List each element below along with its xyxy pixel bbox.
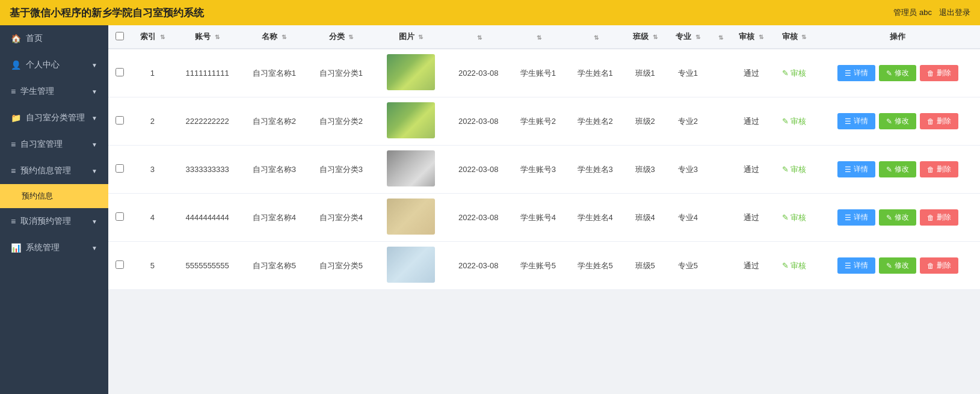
col-name[interactable]: 名称 ⇅	[241, 25, 307, 49]
cell-audit-status: 通过	[730, 49, 772, 97]
room-image	[387, 102, 435, 138]
cell-class: 班级5	[624, 242, 667, 290]
sort-icon: ⇅	[348, 34, 353, 40]
sidebar-item-home[interactable]: 🏠 首页	[0, 25, 108, 52]
sidebar-item-label: 学生管理	[20, 86, 54, 97]
col-index[interactable]: 索引 ⇅	[131, 25, 174, 49]
edit-button[interactable]: ✎修改	[879, 209, 916, 226]
sort-icon: ⇅	[594, 34, 599, 41]
admin-label: 管理员 abc	[893, 7, 932, 18]
cell-name: 自习室名称3	[241, 146, 307, 194]
edit-button[interactable]: ✎修改	[879, 113, 916, 129]
col-date[interactable]: ⇅	[447, 25, 510, 49]
sort-icon: ⇅	[418, 34, 423, 40]
row-checkbox[interactable]	[116, 68, 124, 76]
sidebar-item-profile[interactable]: 👤 个人中心 ▼	[0, 52, 108, 78]
edit-button[interactable]: ✎修改	[879, 257, 916, 274]
edit-button[interactable]: ✎修改	[879, 65, 916, 81]
delete-icon: 🗑	[927, 69, 934, 78]
cell-account: 5555555555	[174, 242, 241, 290]
edit-icon: ✎	[886, 69, 892, 78]
cell-stu-name: 学生姓名3	[567, 146, 624, 194]
col-stu-account[interactable]: ⇅	[510, 25, 567, 49]
action-buttons: ☰详情 ✎修改 🗑删除	[821, 65, 975, 81]
cell-audit-action: ✎审核	[772, 49, 815, 97]
sidebar-item-cancel-manage[interactable]: ≡ 取消预约管理 ▼	[0, 208, 108, 235]
row-checkbox[interactable]	[116, 212, 124, 221]
room-image	[387, 150, 435, 186]
row-checkbox[interactable]	[116, 164, 124, 173]
main-content: 索引 ⇅ 账号 ⇅ 名称 ⇅ 分类 ⇅ 图片 ⇅ ⇅ ⇅ ⇅ 班级 ⇅ 专业 ⇅…	[108, 25, 980, 394]
cell-date: 2022-03-08	[447, 146, 510, 194]
cell-stu-account: 学生账号1	[510, 49, 567, 97]
col-major[interactable]: 专业 ⇅	[667, 25, 709, 49]
sidebar-item-room-category[interactable]: 📁 自习室分类管理 ▼	[0, 105, 108, 131]
sidebar-item-reservation[interactable]: ≡ 预约信息管理 ▼	[0, 158, 108, 184]
detail-button[interactable]: ☰详情	[837, 209, 875, 226]
detail-button[interactable]: ☰详情	[837, 65, 875, 81]
col-stu-name[interactable]: ⇅	[567, 25, 624, 49]
cell-audit-status: 通过	[730, 242, 772, 290]
detail-button[interactable]: ☰详情	[837, 257, 875, 274]
col-action: 操作	[816, 25, 980, 49]
col-audit-action[interactable]: 审核 ⇅	[772, 25, 815, 49]
col-class[interactable]: 班级 ⇅	[624, 25, 667, 49]
delete-button[interactable]: 🗑删除	[920, 257, 958, 274]
col-seat[interactable]: ⇅	[709, 25, 730, 49]
cell-class: 班级3	[624, 146, 667, 194]
audit-action-link[interactable]: ✎审核	[782, 212, 806, 223]
delete-button[interactable]: 🗑删除	[920, 161, 958, 177]
detail-button[interactable]: ☰详情	[837, 161, 875, 177]
row-checkbox[interactable]	[116, 260, 124, 269]
cell-account: 2222222222	[174, 97, 241, 146]
cell-date: 2022-03-08	[447, 242, 510, 290]
delete-button[interactable]: 🗑删除	[920, 209, 958, 226]
detail-icon: ☰	[845, 214, 851, 222]
chevron-down-icon: ▼	[91, 218, 97, 225]
col-image[interactable]: 图片 ⇅	[374, 25, 447, 49]
cell-seat	[709, 97, 730, 146]
col-audit-status[interactable]: 审核 ⇅	[730, 25, 772, 49]
row-checkbox[interactable]	[116, 116, 124, 125]
sort-icon: ⇅	[718, 34, 723, 41]
detail-button[interactable]: ☰详情	[837, 113, 875, 129]
col-account[interactable]: 账号 ⇅	[174, 25, 241, 49]
chevron-down-icon: ▼	[91, 141, 97, 148]
cell-image	[374, 146, 447, 194]
audit-action-link[interactable]: ✎审核	[782, 116, 806, 127]
edit-icon: ✎	[782, 213, 789, 222]
audit-action-link[interactable]: ✎审核	[782, 164, 806, 175]
cell-index: 4	[131, 194, 174, 242]
detail-icon: ☰	[845, 117, 851, 126]
sidebar-item-label: 取消预约管理	[20, 216, 71, 227]
delete-button[interactable]: 🗑删除	[920, 113, 958, 129]
audit-status-badge: 通过	[744, 117, 759, 126]
chevron-down-icon: ▼	[91, 168, 97, 174]
logout-link[interactable]: 退出登录	[939, 7, 970, 18]
audit-status-badge: 通过	[744, 69, 759, 78]
select-all-checkbox[interactable]	[116, 32, 124, 40]
room-image	[387, 54, 435, 90]
cell-stu-account: 学生账号5	[510, 242, 567, 290]
sidebar-item-label: 系统管理	[26, 242, 60, 253]
edit-icon: ✎	[782, 261, 789, 270]
sidebar-item-reservation-info[interactable]: 预约信息	[0, 184, 108, 208]
audit-action-link[interactable]: ✎审核	[782, 260, 806, 271]
col-checkbox	[108, 25, 131, 49]
cell-category: 自习室分类3	[307, 146, 374, 194]
col-category[interactable]: 分类 ⇅	[307, 25, 374, 49]
cell-checkbox	[108, 49, 131, 97]
chevron-down-icon: ▼	[91, 245, 97, 251]
cell-checkbox	[108, 194, 131, 242]
cell-audit-status: 通过	[730, 146, 772, 194]
sidebar-item-system[interactable]: 📊 系统管理 ▼	[0, 235, 108, 261]
sort-icon: ⇅	[282, 34, 286, 40]
cell-seat	[709, 49, 730, 97]
delete-button[interactable]: 🗑删除	[920, 65, 958, 81]
sidebar-item-room-manage[interactable]: ≡ 自习室管理 ▼	[0, 131, 108, 158]
sort-icon: ⇅	[215, 34, 220, 40]
audit-action-link[interactable]: ✎审核	[782, 68, 806, 79]
sidebar-item-student[interactable]: ≡ 学生管理 ▼	[0, 78, 108, 105]
cell-stu-account: 学生账号4	[510, 194, 567, 242]
edit-button[interactable]: ✎修改	[879, 161, 916, 177]
